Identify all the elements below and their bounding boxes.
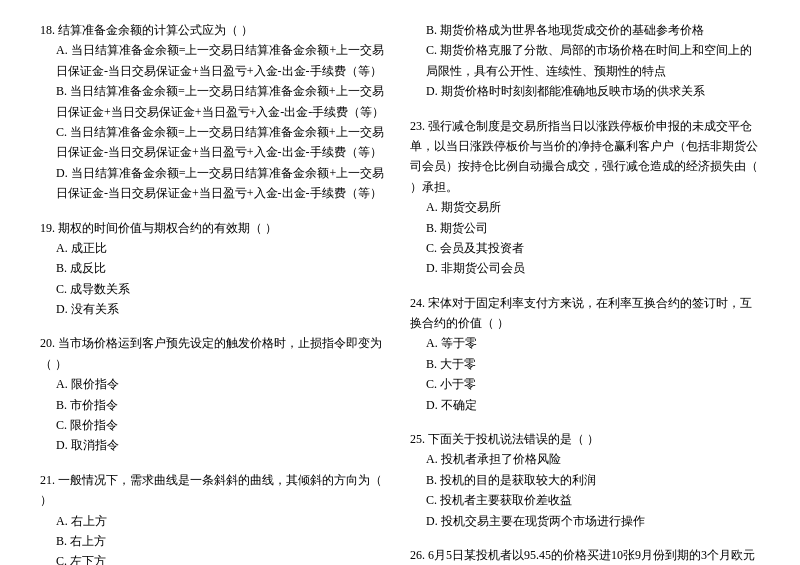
question-18: 18. 结算准备金余额的计算公式应为（ ） A. 当日结算准备金余额=上一交易日… [40, 20, 390, 204]
question-21-option-c: C. 左下方 [40, 551, 390, 565]
question-25-option-d: D. 投机交易主要在现货两个市场进行操作 [410, 511, 760, 531]
question-21-title: 21. 一般情况下，需求曲线是一条斜斜的曲线，其倾斜的方向为（ ） [40, 470, 390, 511]
question-25-option-c: C. 投机者主要获取价差收益 [410, 490, 760, 510]
question-26: 26. 6月5日某投机者以95.45的价格买进10张9月份到期的3个月欧元利率（… [410, 545, 760, 565]
question-22-continued: B. 期货价格成为世界各地现货成交价的基础参考价格 C. 期货价格克服了分散、局… [410, 20, 760, 102]
question-19-option-d: D. 没有关系 [40, 299, 390, 319]
question-24-title: 24. 宋体对于固定利率支付方来说，在利率互换合约的签订时，互换合约的价值（ ） [410, 293, 760, 334]
question-23: 23. 强行减仓制度是交易所指当日以涨跌停板价申报的未成交平仓单，以当日涨跌停板… [410, 116, 760, 279]
question-21: 21. 一般情况下，需求曲线是一条斜斜的曲线，其倾斜的方向为（ ） A. 右上方… [40, 470, 390, 565]
question-18-option-d: D. 当日结算准备金余额=上一交易日结算准备金余额+上一交易日保证金-当日交易保… [40, 163, 390, 204]
question-24-option-a: A. 等于零 [410, 333, 760, 353]
question-21-option-b: B. 右上方 [40, 531, 390, 551]
question-22-option-d: D. 期货价格时时刻刻都能准确地反映市场的供求关系 [410, 81, 760, 101]
question-26-title: 26. 6月5日某投机者以95.45的价格买进10张9月份到期的3个月欧元利率（… [410, 545, 760, 565]
right-column: B. 期货价格成为世界各地现货成交价的基础参考价格 C. 期货价格克服了分散、局… [410, 20, 760, 565]
question-22-option-b: B. 期货价格成为世界各地现货成交价的基础参考价格 [410, 20, 760, 40]
question-25-option-b: B. 投机的目的是获取较大的利润 [410, 470, 760, 490]
question-20: 20. 当市场价格运到客户预先设定的触发价格时，止损指令即变为（ ） A. 限价… [40, 333, 390, 455]
question-23-option-d: D. 非期货公司会员 [410, 258, 760, 278]
question-23-option-c: C. 会员及其投资者 [410, 238, 760, 258]
question-19-title: 19. 期权的时间价值与期权合约的有效期（ ） [40, 218, 390, 238]
question-24-option-b: B. 大于零 [410, 354, 760, 374]
question-24-option-c: C. 小于零 [410, 374, 760, 394]
question-22-option-c: C. 期货价格克服了分散、局部的市场价格在时间上和空间上的局限性，具有公开性、连… [410, 40, 760, 81]
question-24: 24. 宋体对于固定利率支付方来说，在利率互换合约的签订时，互换合约的价值（ ）… [410, 293, 760, 415]
question-23-option-b: B. 期货公司 [410, 218, 760, 238]
question-25-option-a: A. 投机者承担了价格风险 [410, 449, 760, 469]
question-19-option-c: C. 成导数关系 [40, 279, 390, 299]
question-19-option-a: A. 成正比 [40, 238, 390, 258]
question-18-title: 18. 结算准备金余额的计算公式应为（ ） [40, 20, 390, 40]
question-20-option-a: A. 限价指令 [40, 374, 390, 394]
page-content: 18. 结算准备金余额的计算公式应为（ ） A. 当日结算准备金余额=上一交易日… [40, 20, 760, 565]
question-21-option-a: A. 右上方 [40, 511, 390, 531]
question-23-option-a: A. 期货交易所 [410, 197, 760, 217]
question-25-title: 25. 下面关于投机说法错误的是（ ） [410, 429, 760, 449]
question-20-option-d: D. 取消指令 [40, 435, 390, 455]
question-19: 19. 期权的时间价值与期权合约的有效期（ ） A. 成正比 B. 成反比 C.… [40, 218, 390, 320]
question-20-option-b: B. 市价指令 [40, 395, 390, 415]
question-19-option-b: B. 成反比 [40, 258, 390, 278]
question-20-title: 20. 当市场价格运到客户预先设定的触发价格时，止损指令即变为（ ） [40, 333, 390, 374]
question-18-option-b: B. 当日结算准备金余额=上一交易日结算准备金余额+上一交易日保证金+当日交易保… [40, 81, 390, 122]
question-18-option-a: A. 当日结算准备金余额=上一交易日结算准备金余额+上一交易日保证金-当日交易保… [40, 40, 390, 81]
question-20-option-c: C. 限价指令 [40, 415, 390, 435]
left-column: 18. 结算准备金余额的计算公式应为（ ） A. 当日结算准备金余额=上一交易日… [40, 20, 390, 565]
question-25: 25. 下面关于投机说法错误的是（ ） A. 投机者承担了价格风险 B. 投机的… [410, 429, 760, 531]
question-24-option-d: D. 不确定 [410, 395, 760, 415]
question-23-title: 23. 强行减仓制度是交易所指当日以涨跌停板价申报的未成交平仓单，以当日涨跌停板… [410, 116, 760, 198]
question-18-option-c: C. 当日结算准备金余额=上一交易日结算准备金余额+上一交易日保证金-当日交易保… [40, 122, 390, 163]
